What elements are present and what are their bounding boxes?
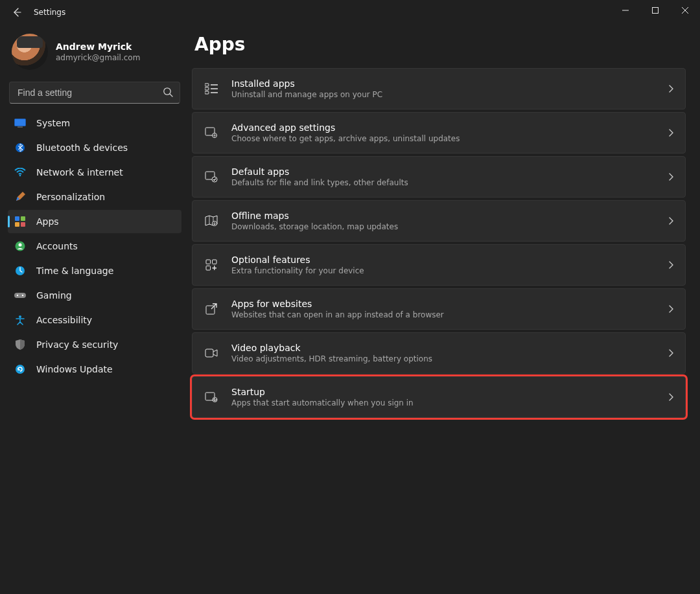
maximize-icon — [652, 7, 659, 14]
sidebar-item-accessibility[interactable]: Accessibility — [8, 308, 181, 332]
sidebar-item-accounts[interactable]: Accounts — [8, 234, 181, 258]
card-title: Advanced app settings — [231, 122, 460, 133]
wifi-icon — [14, 166, 26, 178]
chevron-right-icon — [668, 261, 673, 269]
arrow-left-icon — [12, 7, 22, 17]
svg-rect-19 — [205, 87, 209, 90]
clock-globe-icon — [14, 265, 26, 277]
sidebar-item-system[interactable]: System — [8, 111, 181, 135]
sidebar: Andrew Myrick admyrick@gmail.com System — [0, 25, 189, 594]
svg-rect-8 — [15, 222, 19, 227]
search-input[interactable] — [9, 82, 180, 104]
sidebar-item-update[interactable]: Windows Update — [8, 358, 181, 381]
svg-rect-3 — [18, 127, 23, 128]
profile-email: admyrick@gmail.com — [56, 52, 140, 63]
system-icon — [14, 117, 26, 129]
installed-apps-icon — [204, 82, 218, 96]
advanced-settings-icon — [204, 126, 218, 140]
nav: System Bluetooth & devices Network & int… — [8, 111, 181, 381]
sidebar-item-personalization[interactable]: Personalization — [8, 185, 181, 209]
chevron-right-icon — [668, 349, 673, 357]
svg-rect-30 — [205, 349, 213, 357]
sidebar-item-bluetooth[interactable]: Bluetooth & devices — [8, 136, 181, 159]
card-title: Video playback — [231, 342, 432, 354]
profile-text: Andrew Myrick admyrick@gmail.com — [56, 41, 140, 63]
card-desc: Downloads, storage location, map updates — [231, 222, 398, 232]
sidebar-item-label: Windows Update — [36, 364, 113, 374]
svg-rect-20 — [205, 91, 209, 94]
search-icon — [162, 86, 174, 98]
apps-icon — [14, 216, 26, 227]
map-icon — [204, 214, 218, 228]
svg-point-14 — [17, 295, 18, 296]
avatar — [12, 34, 48, 70]
chevron-right-icon — [668, 129, 673, 137]
card-optional-features[interactable]: Optional features Extra functionality fo… — [192, 244, 686, 286]
card-title: Installed apps — [231, 78, 382, 89]
sidebar-item-label: Privacy & security — [36, 339, 118, 350]
maximize-button[interactable] — [640, 0, 670, 21]
sidebar-item-network[interactable]: Network & internet — [8, 161, 181, 184]
close-button[interactable] — [670, 0, 700, 21]
video-icon — [204, 346, 218, 360]
minimize-icon — [622, 7, 629, 14]
card-offline-maps[interactable]: Offline maps Downloads, storage location… — [192, 200, 686, 242]
page-title: Apps — [194, 34, 686, 55]
search — [9, 82, 180, 104]
card-desc: Extra functionality for your device — [231, 266, 364, 276]
titlebar: Settings — [0, 0, 700, 25]
sidebar-item-label: Accessibility — [36, 315, 92, 325]
card-default-apps[interactable]: Default apps Defaults for file and link … — [192, 156, 686, 198]
window-title: Settings — [34, 8, 65, 17]
svg-rect-13 — [14, 293, 26, 298]
sidebar-item-label: Apps — [36, 216, 59, 227]
card-advanced-app-settings[interactable]: Advanced app settings Choose where to ge… — [192, 112, 686, 154]
minimize-button[interactable] — [611, 0, 640, 21]
profile[interactable]: Andrew Myrick admyrick@gmail.com — [8, 31, 181, 82]
sidebar-item-apps[interactable]: Apps — [8, 210, 181, 233]
shield-icon — [14, 339, 26, 350]
svg-point-16 — [19, 315, 21, 318]
card-startup[interactable]: Startup Apps that start automatically wh… — [192, 376, 686, 418]
chevron-right-icon — [668, 217, 673, 225]
back-button[interactable] — [9, 5, 25, 20]
chevron-right-icon — [668, 85, 673, 93]
startup-icon — [204, 390, 218, 404]
svg-rect-6 — [15, 216, 19, 221]
cards: Installed apps Uninstall and manage apps… — [192, 68, 686, 418]
sidebar-item-label: Time & language — [36, 266, 113, 276]
card-title: Default apps — [231, 166, 408, 177]
svg-point-17 — [16, 365, 25, 374]
window-controls — [611, 0, 700, 21]
gamepad-icon — [14, 290, 26, 301]
sidebar-item-gaming[interactable]: Gaming — [8, 284, 181, 307]
svg-rect-0 — [653, 8, 659, 14]
brush-icon — [14, 191, 26, 203]
open-external-icon — [204, 302, 218, 316]
sidebar-item-privacy[interactable]: Privacy & security — [8, 333, 181, 356]
main: Apps Installed apps Uninstall and manage… — [189, 25, 700, 594]
card-desc: Websites that can open in an app instead… — [231, 310, 444, 320]
chevron-right-icon — [668, 393, 673, 401]
accessibility-icon — [14, 314, 26, 326]
person-icon — [14, 240, 26, 252]
default-apps-icon — [204, 170, 218, 184]
card-video-playback[interactable]: Video playback Video adjustments, HDR st… — [192, 332, 686, 374]
card-apps-for-websites[interactable]: Apps for websites Websites that can open… — [192, 288, 686, 330]
card-title: Offline maps — [231, 210, 398, 222]
card-title: Apps for websites — [231, 298, 444, 310]
svg-point-5 — [19, 175, 21, 177]
card-desc: Defaults for file and link types, other … — [231, 177, 408, 188]
sidebar-item-label: Personalization — [36, 192, 105, 202]
optional-features-icon — [204, 258, 218, 272]
card-title: Startup — [231, 386, 414, 398]
card-desc: Apps that start automatically when you s… — [231, 398, 414, 408]
close-icon — [682, 7, 688, 14]
svg-rect-27 — [213, 260, 217, 264]
card-installed-apps[interactable]: Installed apps Uninstall and manage apps… — [192, 68, 686, 109]
svg-rect-28 — [206, 266, 211, 271]
profile-name: Andrew Myrick — [56, 41, 140, 52]
svg-point-11 — [19, 244, 22, 247]
sidebar-item-label: Bluetooth & devices — [36, 143, 128, 153]
sidebar-item-time[interactable]: Time & language — [8, 259, 181, 282]
